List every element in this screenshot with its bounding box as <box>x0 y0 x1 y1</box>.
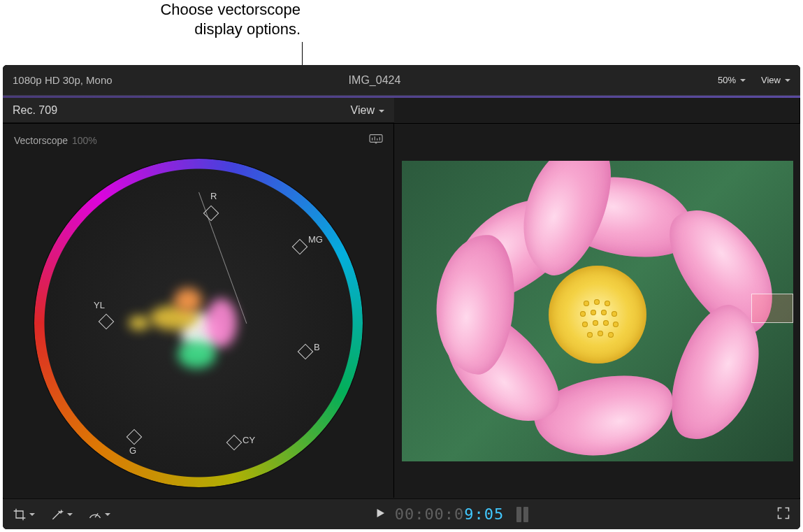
target-b-label: B <box>314 342 320 352</box>
retime-gauge-dropdown[interactable] <box>88 508 110 522</box>
scope-trace <box>178 340 216 368</box>
scope-trace <box>129 316 150 330</box>
callout-text: Choose vectorscope display options. <box>119 0 301 38</box>
chevron-down-icon <box>105 509 110 519</box>
svg-rect-1 <box>370 135 382 143</box>
vectorscope-scale-text: 100% <box>72 135 97 146</box>
view-label: View <box>761 75 781 85</box>
timecode-display[interactable]: 00:00:09:05 <box>395 505 505 523</box>
format-label: 1080p HD 30p, Mono <box>13 74 113 86</box>
colorspace-label[interactable]: Rec. 709 <box>13 104 57 117</box>
callout-line-1: Choose vectorscope <box>160 1 301 18</box>
clip-name-text: IMG_0424 <box>349 74 401 87</box>
target-mg-label: MG <box>308 234 323 245</box>
scope-trace <box>205 299 237 347</box>
chevron-down-icon <box>740 75 746 85</box>
enhance-wand-dropdown[interactable] <box>50 508 73 522</box>
scopes-view-label: View <box>351 104 375 117</box>
chevron-down-icon <box>785 75 790 85</box>
target-g-label: G <box>129 445 136 456</box>
vectorscope-title: Vectorscope 100% <box>14 135 97 146</box>
timecode-dim: 00:00:0 <box>395 505 465 523</box>
scopes-header-bar: Rec. 709 View <box>3 98 394 123</box>
play-button[interactable] <box>374 507 386 522</box>
chevron-down-icon <box>379 104 384 117</box>
target-yl-label: YL <box>94 300 105 310</box>
zoom-value: 50% <box>718 75 736 85</box>
scope-settings-button[interactable] <box>368 132 384 147</box>
preview-viewer[interactable] <box>394 124 800 498</box>
clip-name-display: IMG_0424 <box>342 74 401 87</box>
crop-tool-dropdown[interactable] <box>13 508 35 522</box>
fullscreen-button[interactable] <box>776 506 790 522</box>
chevron-down-icon <box>67 509 73 519</box>
vectorscope-graticule[interactable]: R MG B CY G YL <box>34 159 363 487</box>
audio-meter[interactable] <box>516 507 528 522</box>
viewer-view-dropdown[interactable]: View <box>761 75 790 85</box>
color-sample-selection[interactable] <box>751 294 793 323</box>
preview-canvas <box>402 161 793 461</box>
target-cy-label: CY <box>243 435 255 445</box>
scope-trace <box>174 288 202 312</box>
transport-bar: 00:00:09:05 <box>3 498 800 529</box>
target-r-label: R <box>210 191 217 201</box>
callout-line-2: display options. <box>194 20 301 38</box>
viewer-window: 1080p HD 30p, Mono IMG_0424 50% View <box>3 65 800 529</box>
chevron-down-icon <box>29 509 35 519</box>
scopes-view-dropdown[interactable]: View <box>351 104 384 117</box>
timecode-bright: 9:05 <box>464 505 504 523</box>
vectorscope-panel: Vectorscope 100% R MG <box>3 124 394 498</box>
zoom-dropdown[interactable]: 50% <box>718 75 746 85</box>
vectorscope-title-text: Vectorscope <box>14 135 68 146</box>
viewer-top-bar: 1080p HD 30p, Mono IMG_0424 50% View <box>3 65 800 96</box>
